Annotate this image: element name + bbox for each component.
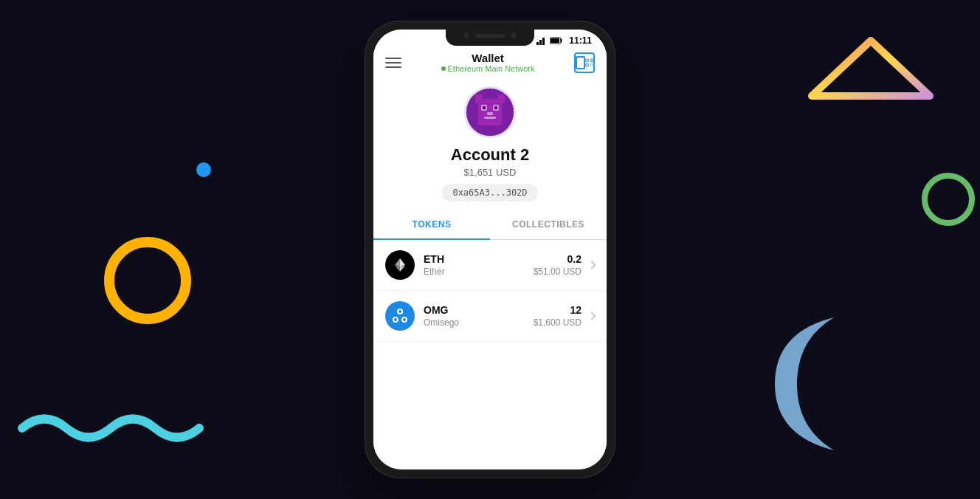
account-section: Account 2 $1,651 USD 0xa65A3...302D bbox=[373, 80, 607, 210]
eth-symbol: ETH bbox=[424, 253, 534, 265]
svg-rect-5 bbox=[539, 40, 542, 45]
svg-rect-4 bbox=[536, 42, 539, 45]
status-icons: 11:11 bbox=[523, 35, 592, 46]
network-dot bbox=[441, 66, 446, 71]
omg-icon bbox=[385, 301, 415, 331]
svg-rect-25 bbox=[487, 112, 493, 115]
omg-chevron-icon bbox=[587, 312, 596, 320]
eth-balance: 0.2 bbox=[534, 253, 582, 265]
network-label: Ethereum Main Network bbox=[448, 64, 535, 73]
account-address[interactable]: 0xa65A3...302D bbox=[442, 184, 537, 202]
eth-icon bbox=[385, 250, 415, 280]
status-time: 11:11 bbox=[569, 35, 592, 46]
eth-name: Ether bbox=[424, 266, 534, 277]
svg-point-36 bbox=[398, 310, 401, 313]
svg-rect-27 bbox=[475, 94, 483, 103]
qr-scan-button[interactable] bbox=[574, 52, 595, 73]
svg-rect-18 bbox=[592, 65, 593, 66]
omg-name: Omisego bbox=[424, 317, 534, 328]
svg-rect-17 bbox=[590, 65, 591, 66]
omg-balance: 12 bbox=[534, 304, 582, 316]
eth-amount: 0.2 $51.00 USD bbox=[534, 253, 582, 277]
phone-mockup: 11:11 Wallet Ethereum Main Network bbox=[365, 21, 615, 478]
svg-rect-26 bbox=[484, 117, 496, 119]
wifi-icon bbox=[523, 37, 534, 44]
battery-icon bbox=[550, 37, 563, 44]
svg-point-3 bbox=[925, 176, 972, 223]
header-center: Wallet Ethereum Main Network bbox=[441, 52, 535, 73]
svg-rect-6 bbox=[542, 38, 545, 45]
tabs-container: TOKENS COLLECTIBLES bbox=[373, 210, 607, 240]
svg-rect-23 bbox=[483, 106, 486, 109]
omg-usd: $1,600 USD bbox=[534, 317, 582, 328]
svg-rect-8 bbox=[551, 38, 559, 43]
token-list: ETH Ether 0.2 $51.00 USD bbox=[373, 240, 607, 469]
signal-icon bbox=[536, 36, 547, 45]
svg-marker-30 bbox=[400, 258, 405, 267]
svg-rect-28 bbox=[497, 94, 505, 103]
omg-symbol: OMG bbox=[424, 304, 534, 316]
eth-token-info: ETH Ether bbox=[424, 253, 534, 277]
svg-point-38 bbox=[403, 318, 406, 321]
phone-outer: 11:11 Wallet Ethereum Main Network bbox=[365, 21, 615, 478]
hamburger-button[interactable] bbox=[385, 58, 401, 68]
svg-point-0 bbox=[109, 242, 186, 319]
svg-rect-24 bbox=[494, 106, 497, 109]
svg-marker-2 bbox=[812, 41, 930, 96]
eth-usd: $51.00 USD bbox=[534, 266, 582, 277]
svg-rect-10 bbox=[587, 60, 587, 61]
token-item-omg[interactable]: OMG Omisego 12 $1,600 USD bbox=[373, 291, 607, 342]
tab-tokens[interactable]: TOKENS bbox=[373, 210, 490, 240]
app-header: Wallet Ethereum Main Network bbox=[373, 49, 607, 80]
svg-rect-12 bbox=[591, 60, 592, 61]
svg-point-1 bbox=[196, 162, 211, 177]
svg-marker-29 bbox=[395, 258, 400, 267]
wallet-title: Wallet bbox=[441, 52, 535, 64]
svg-rect-14 bbox=[587, 64, 587, 65]
account-avatar[interactable] bbox=[464, 86, 516, 138]
network-indicator: Ethereum Main Network bbox=[441, 64, 535, 73]
omg-amount: 12 $1,600 USD bbox=[534, 304, 582, 328]
svg-point-37 bbox=[394, 318, 397, 321]
svg-rect-16 bbox=[592, 63, 593, 64]
account-balance: $1,651 USD bbox=[464, 167, 517, 178]
omg-token-info: OMG Omisego bbox=[424, 304, 534, 328]
phone-screen: 11:11 Wallet Ethereum Main Network bbox=[373, 30, 607, 469]
eth-chevron-icon bbox=[587, 261, 596, 269]
tab-collectibles[interactable]: COLLECTIBLES bbox=[490, 210, 607, 239]
account-name: Account 2 bbox=[451, 145, 529, 165]
svg-rect-15 bbox=[590, 63, 591, 64]
token-item-eth[interactable]: ETH Ether 0.2 $51.00 USD bbox=[373, 240, 607, 291]
